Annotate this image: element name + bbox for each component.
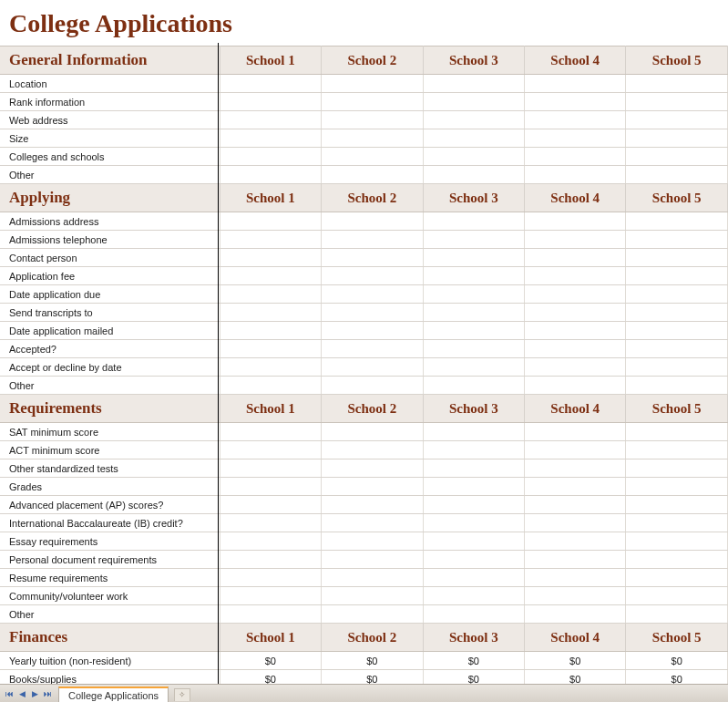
data-cell[interactable] [626,249,728,267]
data-cell[interactable] [525,459,626,478]
data-cell[interactable] [423,358,524,377]
data-cell[interactable] [423,605,524,624]
data-cell[interactable] [525,358,626,377]
data-cell[interactable] [322,358,423,377]
data-cell[interactable] [220,231,321,249]
data-cell[interactable] [220,285,321,304]
data-cell[interactable] [322,129,423,148]
data-cell[interactable] [626,605,728,624]
data-cell[interactable] [423,532,524,551]
data-cell[interactable]: $0 [423,670,524,685]
data-cell[interactable] [322,340,423,358]
data-cell[interactable] [423,551,524,569]
data-cell[interactable] [423,478,524,496]
data-cell[interactable] [220,441,321,459]
data-cell[interactable] [220,358,321,377]
tab-nav-next-icon[interactable]: ▶ [29,687,40,700]
data-cell[interactable] [322,441,423,459]
data-cell[interactable] [220,249,321,267]
tab-nav-prev-icon[interactable]: ◀ [16,687,27,700]
data-cell[interactable] [220,212,321,231]
data-cell[interactable] [626,93,728,111]
data-cell[interactable] [626,285,728,304]
data-cell[interactable] [220,569,321,587]
data-cell[interactable] [220,587,321,605]
data-cell[interactable] [626,166,728,184]
data-cell[interactable] [423,212,524,231]
add-sheet-tab-icon[interactable]: ✧ [174,688,190,701]
data-cell[interactable] [322,75,423,93]
data-cell[interactable] [322,423,423,441]
data-cell[interactable] [423,166,524,184]
data-cell[interactable] [626,514,728,532]
data-cell[interactable] [626,304,728,322]
data-cell[interactable] [626,75,728,93]
data-cell[interactable] [220,514,321,532]
data-cell[interactable] [322,605,423,624]
data-cell[interactable] [322,111,423,129]
data-cell[interactable] [220,129,321,148]
data-cell[interactable] [525,377,626,395]
data-cell[interactable] [626,111,728,129]
data-cell[interactable] [626,569,728,587]
data-cell[interactable] [423,459,524,478]
data-cell[interactable] [525,605,626,624]
data-cell[interactable] [626,148,728,166]
data-cell[interactable] [423,148,524,166]
data-cell[interactable]: $0 [626,652,728,670]
data-cell[interactable]: $0 [626,670,728,685]
data-cell[interactable] [322,459,423,478]
data-cell[interactable] [525,267,626,285]
data-cell[interactable] [322,569,423,587]
data-cell[interactable] [220,377,321,395]
data-cell[interactable] [626,459,728,478]
data-cell[interactable] [525,514,626,532]
data-cell[interactable] [626,532,728,551]
data-cell[interactable]: $0 [423,652,524,670]
data-cell[interactable] [525,587,626,605]
data-cell[interactable] [322,478,423,496]
data-cell[interactable] [626,231,728,249]
tab-nav-last-icon[interactable]: ⏭ [42,687,53,700]
data-cell[interactable] [525,285,626,304]
data-cell[interactable] [322,322,423,340]
data-cell[interactable]: $0 [525,670,626,685]
data-cell[interactable] [626,358,728,377]
data-cell[interactable] [626,423,728,441]
data-cell[interactable] [322,377,423,395]
data-cell[interactable] [525,231,626,249]
data-cell[interactable] [220,148,321,166]
data-cell[interactable] [525,496,626,514]
data-cell[interactable] [525,322,626,340]
data-cell[interactable] [626,551,728,569]
tab-nav-first-icon[interactable]: ⏮ [4,687,15,700]
data-cell[interactable] [220,496,321,514]
data-cell[interactable] [626,267,728,285]
data-cell[interactable] [322,587,423,605]
data-cell[interactable] [322,148,423,166]
data-cell[interactable] [525,551,626,569]
data-cell[interactable] [220,267,321,285]
data-cell[interactable] [322,249,423,267]
data-cell[interactable] [525,478,626,496]
data-cell[interactable] [423,285,524,304]
data-cell[interactable] [220,423,321,441]
data-cell[interactable] [220,459,321,478]
data-cell[interactable] [423,441,524,459]
data-cell[interactable] [423,129,524,148]
data-cell[interactable] [423,587,524,605]
data-cell[interactable] [220,304,321,322]
data-cell[interactable] [626,377,728,395]
data-cell[interactable] [322,285,423,304]
data-cell[interactable]: $0 [220,652,321,670]
data-cell[interactable] [525,249,626,267]
data-cell[interactable] [322,267,423,285]
data-cell[interactable] [322,231,423,249]
data-cell[interactable] [220,551,321,569]
data-cell[interactable] [322,304,423,322]
data-cell[interactable] [423,231,524,249]
data-cell[interactable] [525,304,626,322]
data-cell[interactable] [525,166,626,184]
data-cell[interactable] [322,532,423,551]
data-cell[interactable] [322,551,423,569]
